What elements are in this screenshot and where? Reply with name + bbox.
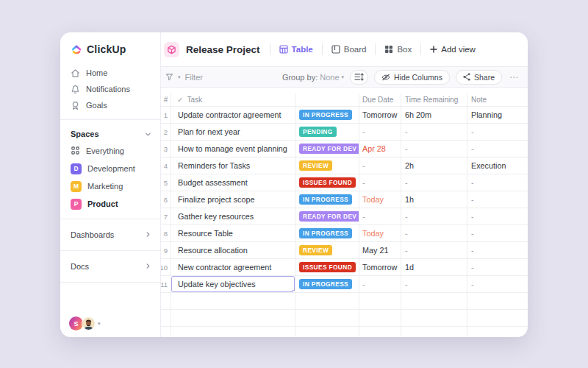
empty-cell[interactable] (171, 293, 295, 309)
sort-button[interactable] (350, 70, 368, 85)
task-cell[interactable]: New contractor agreement (171, 259, 295, 275)
empty-cell[interactable] (467, 310, 528, 326)
chevron-down-icon[interactable]: ▾ (98, 321, 101, 327)
status-badge[interactable]: READY FOR DEV (299, 211, 359, 221)
column-header-note[interactable]: Note (467, 93, 528, 106)
time-remaining-cell[interactable]: - (401, 174, 467, 191)
task-cell[interactable]: How to manage event planning (171, 141, 295, 157)
empty-cell[interactable] (401, 310, 467, 326)
due-date-cell[interactable]: Tomorrow (359, 259, 401, 275)
status-badge[interactable]: IN PROGRESS (299, 110, 352, 119)
note-cell[interactable]: - (467, 174, 528, 191)
task-cell[interactable]: Finalize project scope (171, 191, 295, 208)
empty-cell[interactable] (467, 293, 528, 309)
status-cell[interactable]: READY FOR DEV (295, 141, 359, 157)
task-cell[interactable]: Gather key resources (171, 208, 295, 224)
due-date-cell[interactable]: Tomorrow (359, 107, 401, 123)
sidebar-item-home[interactable]: Home (60, 65, 160, 81)
time-remaining-cell[interactable]: - (401, 141, 467, 157)
selection-handle[interactable] (292, 290, 295, 292)
task-cell[interactable]: Update key objectives (171, 276, 295, 292)
sidebar-item-notifications[interactable]: Notifications (60, 81, 160, 97)
due-date-cell[interactable]: - (359, 124, 401, 140)
column-header-#[interactable]: # (161, 93, 171, 106)
clickup-logo[interactable]: ClickUp (60, 32, 160, 58)
status-cell[interactable]: ISSUES FOUND (295, 174, 359, 191)
empty-cell[interactable] (161, 310, 171, 326)
note-cell[interactable]: - (467, 141, 528, 157)
due-date-cell[interactable]: - (359, 208, 401, 224)
due-date-cell[interactable]: - (359, 276, 401, 292)
more-options-button[interactable]: ⋯ (508, 72, 520, 82)
status-badge[interactable]: IN PROGRESS (299, 279, 352, 289)
sidebar-space-development[interactable]: DDevelopment (60, 160, 160, 177)
note-cell[interactable]: - (467, 208, 528, 224)
sidebar-item-dashboards[interactable]: Dashboards (60, 225, 160, 244)
column-header-status[interactable] (295, 93, 359, 106)
note-cell[interactable]: - (467, 191, 528, 208)
empty-cell[interactable] (295, 293, 359, 309)
status-badge[interactable]: ISSUES FOUND (299, 262, 356, 272)
status-cell[interactable]: IN PROGRESS (295, 225, 359, 241)
tab-table[interactable]: Table (270, 32, 322, 66)
column-header-task[interactable]: ✓Task (171, 93, 295, 106)
status-badge[interactable]: PENDING (299, 127, 337, 136)
task-cell[interactable]: Resource allocation (171, 242, 295, 258)
note-cell[interactable]: - (467, 124, 528, 140)
column-header-time-remaining[interactable]: Time Remaining (401, 93, 467, 106)
note-cell[interactable]: - (467, 276, 528, 292)
time-remaining-cell[interactable]: 1d (401, 259, 467, 275)
empty-cell[interactable] (401, 327, 467, 337)
due-date-cell[interactable]: Today (359, 225, 401, 241)
group-by-control[interactable]: Group by: None ▾ (282, 73, 344, 82)
empty-cell[interactable] (359, 310, 401, 326)
share-button[interactable]: Share (456, 70, 502, 85)
status-badge[interactable]: IN PROGRESS (299, 228, 352, 238)
empty-cell[interactable] (161, 327, 171, 337)
hide-columns-button[interactable]: Hide Columns (374, 70, 450, 85)
empty-row[interactable] (161, 310, 528, 327)
due-date-cell[interactable]: Today (359, 191, 401, 208)
status-badge[interactable]: READY FOR DEV (299, 144, 359, 153)
empty-cell[interactable] (161, 293, 171, 309)
due-date-cell[interactable]: - (359, 158, 401, 174)
task-cell[interactable]: Reminders for Tasks (171, 158, 295, 174)
time-remaining-cell[interactable]: - (401, 208, 467, 224)
spaces-header[interactable]: Spaces (60, 126, 160, 142)
empty-cell[interactable] (171, 327, 295, 337)
status-badge[interactable]: IN PROGRESS (299, 194, 352, 204)
add-view-button[interactable]: Add view (421, 45, 484, 54)
status-badge[interactable]: REVIEW (299, 245, 332, 255)
empty-cell[interactable] (359, 293, 401, 309)
note-cell[interactable]: Execution (467, 158, 528, 174)
time-remaining-cell[interactable]: - (401, 242, 467, 258)
empty-row[interactable] (161, 327, 528, 337)
sidebar-space-marketing[interactable]: MMarketing (60, 177, 160, 195)
status-cell[interactable]: PENDING (295, 124, 359, 140)
empty-cell[interactable] (295, 327, 359, 337)
time-remaining-cell[interactable]: - (401, 124, 467, 140)
time-remaining-cell[interactable]: 6h 20m (401, 107, 467, 123)
sidebar-item-goals[interactable]: Goals (60, 97, 160, 113)
empty-cell[interactable] (359, 327, 401, 337)
task-cell[interactable]: Plan for next year (171, 124, 295, 140)
status-cell[interactable]: READY FOR DEV (295, 208, 359, 224)
status-cell[interactable]: IN PROGRESS (295, 191, 359, 208)
empty-cell[interactable] (295, 310, 359, 326)
sidebar-item-docs[interactable]: Docs (60, 257, 160, 276)
status-cell[interactable]: IN PROGRESS (295, 276, 359, 292)
due-date-cell[interactable]: May 21 (359, 242, 401, 258)
time-remaining-cell[interactable]: 1h (401, 191, 467, 208)
task-cell[interactable]: Budget assessment (171, 174, 295, 191)
status-cell[interactable]: ISSUES FOUND (295, 259, 359, 275)
status-badge[interactable]: REVIEW (299, 160, 332, 170)
time-remaining-cell[interactable]: - (401, 225, 467, 241)
note-cell[interactable]: - (467, 225, 528, 241)
tab-board[interactable]: Board (323, 32, 376, 66)
task-cell[interactable]: Resource Table (171, 225, 295, 241)
sidebar-space-everything[interactable]: Everything (60, 142, 160, 160)
empty-cell[interactable] (467, 327, 528, 337)
time-remaining-cell[interactable]: - (401, 276, 467, 292)
status-cell[interactable]: IN PROGRESS (295, 107, 359, 123)
column-header-due-date[interactable]: Due Date (359, 93, 401, 106)
